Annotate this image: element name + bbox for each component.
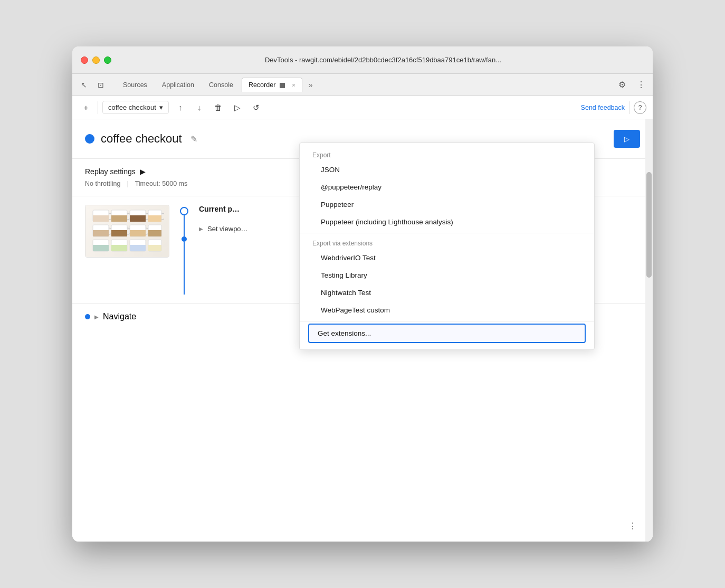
export-puppeteer-item[interactable]: Puppeteer [300,196,594,213]
main-content: coffee checkout ✎ ▷ Replay settings ▶ No… [72,119,653,542]
selected-recording-name: coffee checkout [108,103,156,111]
toolbar: + coffee checkout ▾ ↑ ↓ 🗑 ▷ ↺ Send feedb… [72,96,653,119]
export-extensions-label: Export via extensions [300,235,594,249]
chevron-down-icon: ▾ [159,103,163,111]
tab-more-button[interactable]: » [304,79,317,91]
window-title: DevTools - rawgit.com/ebidel/2d2bb0cdec3… [122,56,644,64]
tab-recorder[interactable]: Recorder × [242,78,302,92]
export-nightwatch-item[interactable]: Nightwatch Test [300,284,594,301]
help-button[interactable]: ? [634,101,646,114]
send-feedback-link[interactable]: Send feedback [581,104,625,111]
export-webdriverio-item[interactable]: WebdriverIO Test [300,249,594,267]
get-extensions-button[interactable]: Get extensions... [308,324,586,343]
title-bar: DevTools - rawgit.com/ebidel/2d2bb0cdec3… [72,46,653,74]
export-webpagetest-item[interactable]: WebPageTest custom [300,301,594,319]
recording-selector[interactable]: coffee checkout ▾ [102,101,169,114]
add-recording-button[interactable]: + [79,100,93,115]
tab-close-icon[interactable]: × [292,82,295,88]
tab-application[interactable]: Application [156,78,201,92]
tab-console[interactable]: Console [203,78,240,92]
close-button[interactable] [81,56,88,64]
export-dropdown-menu: Export JSON @puppeteer/replay Puppeteer … [299,143,595,350]
gear-icon[interactable]: ⚙ [615,78,629,92]
devtools-window: DevTools - rawgit.com/ebidel/2d2bb0cdec3… [72,46,653,542]
recorder-icon [280,83,285,88]
tab-bar: ↖ ⊡ Sources Application Console Recorder… [72,74,653,96]
export-json-item[interactable]: JSON [300,161,594,178]
recorder-panel: coffee checkout ✎ ▷ Replay settings ▶ No… [72,119,653,542]
panels-icon[interactable]: ⊡ [93,78,108,92]
cursor-icon[interactable]: ↖ [77,78,91,92]
dropdown-divider-2 [300,321,594,321]
export-puppeteer-replay-item[interactable]: @puppeteer/replay [300,178,594,196]
fullscreen-button[interactable] [104,56,111,64]
tab-sources[interactable]: Sources [117,78,154,92]
toolbar-divider-2 [629,101,629,114]
dropdown-divider [300,233,594,233]
delete-button[interactable]: 🗑 [211,100,226,115]
toolbar-divider [98,101,98,114]
import-button[interactable]: ↓ [192,100,207,115]
export-puppeteer-lighthouse-item[interactable]: Puppeteer (including Lighthouse analysis… [300,213,594,231]
export-testing-library-item[interactable]: Testing Library [300,267,594,284]
traffic-lights [81,56,111,64]
export-section-label: Export [300,147,594,161]
replay-button[interactable]: ↺ [249,100,264,115]
more-menu-icon[interactable]: ⋮ [634,78,648,92]
tab-nav-icons: ↖ ⊡ [77,78,108,92]
dropdown-overlay: Export JSON @puppeteer/replay Puppeteer … [72,143,653,542]
tab-settings-area: ⚙ ⋮ [615,78,648,92]
minimize-button[interactable] [92,56,100,64]
play-button[interactable]: ▷ [230,100,245,115]
export-button[interactable]: ↑ [173,100,188,115]
